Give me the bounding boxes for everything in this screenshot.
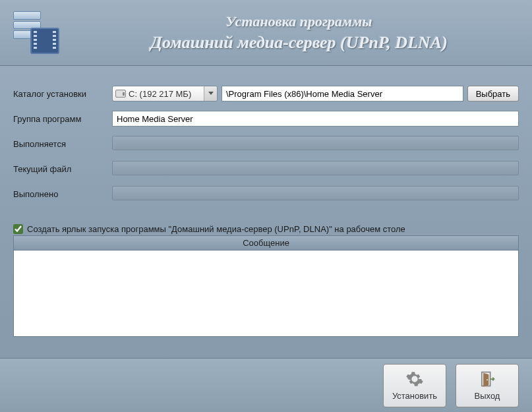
drive-icon: [115, 90, 126, 98]
drive-select[interactable]: C: (192 217 МБ): [112, 86, 218, 102]
footer: Установить Выход: [0, 358, 532, 412]
messages-panel: Сообщение: [13, 235, 519, 337]
browse-button[interactable]: Выбрать: [467, 86, 519, 102]
completed-bar: [112, 186, 519, 200]
install-button-label: Установить: [392, 391, 437, 401]
chevron-down-icon[interactable]: [204, 86, 217, 101]
header-title-2: Домашний медиа-сервер (UPnP, DLNA): [79, 33, 519, 53]
desktop-shortcut-label: Создать ярлык запуска программы "Домашни…: [27, 224, 405, 234]
program-group-label: Группа программ: [13, 114, 112, 124]
header-title-1: Установка программы: [79, 13, 519, 30]
current-file-bar: [112, 161, 519, 175]
app-icon: [13, 11, 59, 54]
desktop-shortcut-checkbox[interactable]: [13, 224, 23, 234]
svg-point-1: [487, 379, 488, 380]
messages-header: Сообщение: [14, 236, 518, 250]
gear-icon: [405, 370, 424, 388]
install-path-input[interactable]: [222, 86, 463, 102]
exit-button-label: Выход: [475, 391, 500, 401]
current-file-label: Текущий файл: [13, 164, 112, 174]
completed-label: Выполнено: [13, 189, 112, 199]
executing-label: Выполняется: [13, 139, 112, 149]
install-button[interactable]: Установить: [383, 364, 446, 407]
form-area: Каталог установки C: (192 217 МБ) Выбрат…: [0, 66, 532, 218]
exit-button[interactable]: Выход: [456, 364, 519, 407]
header-titles: Установка программы Домашний медиа-серве…: [79, 13, 519, 53]
drive-text: C: (192 217 МБ): [129, 89, 191, 99]
messages-body: [14, 250, 518, 336]
program-group-input[interactable]: [112, 111, 519, 127]
executing-bar: [112, 136, 519, 150]
door-icon: [478, 370, 496, 388]
desktop-shortcut-row: Создать ярлык запуска программы "Домашни…: [13, 224, 519, 234]
header: Установка программы Домашний медиа-серве…: [0, 0, 532, 66]
install-dir-label: Каталог установки: [13, 89, 112, 99]
